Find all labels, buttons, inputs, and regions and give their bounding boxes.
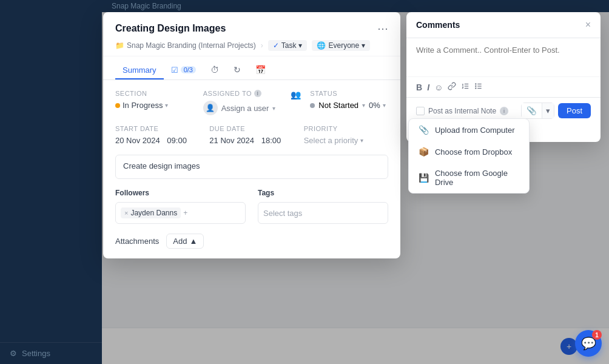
attach-dropdown-button[interactable]: ▾ <box>542 103 554 118</box>
upload-icon: 📎 <box>419 125 429 135</box>
visibility-label: Everyone <box>328 41 359 50</box>
ordered-list-icon <box>461 82 469 90</box>
task-tabs: Summary ☑ 0/3 ⏱ ↻ 📅 <box>103 56 400 80</box>
section-chevron-icon: ▾ <box>165 102 168 109</box>
follower-name: Jayden Danns <box>130 209 177 217</box>
link-icon <box>448 82 456 90</box>
comments-title: Comments <box>416 20 460 30</box>
refresh-icon: ↻ <box>234 65 241 75</box>
internal-note-checkbox[interactable] <box>416 107 425 115</box>
comment-input[interactable] <box>406 38 601 75</box>
internal-note-label: Post as Internal Note <box>428 107 496 115</box>
info-icon: i <box>254 90 261 97</box>
attach-button-group: 📎 ▾ 📎 Upload from Computer 📦 Choose from… <box>521 103 554 119</box>
due-date-label: Due Date <box>209 125 294 132</box>
task-body: Section In Progress ▾ Assigned To i 👤 As… <box>103 80 400 258</box>
start-time-text: 09:00 <box>167 136 187 145</box>
priority-select[interactable]: Select a priority ▾ <box>304 136 388 145</box>
google-drive-icon: 💾 <box>419 173 429 183</box>
comment-actions: 📎 ▾ 📎 Upload from Computer 📦 Choose from… <box>521 103 591 119</box>
unordered-list-button[interactable] <box>474 82 483 92</box>
breadcrumb-project[interactable]: 📁 Snap Magic Branding (Internal Projects… <box>115 41 256 50</box>
tab-checklist[interactable]: ☑ 0/3 <box>164 62 203 79</box>
task-more-button[interactable]: ⋯ <box>377 22 388 35</box>
post-button[interactable]: Post <box>558 103 591 118</box>
emoji-button[interactable]: ☺ <box>434 83 443 92</box>
comments-panel: Comments × B I ☺ Post <box>406 12 601 142</box>
section-dot-icon <box>115 103 120 108</box>
visibility-chevron: ▾ <box>362 41 365 50</box>
assign-user-button[interactable]: 👤 Assign a user ▾ <box>203 101 281 115</box>
chip-remove-icon[interactable]: × <box>124 209 128 217</box>
tab-time[interactable]: ⏱ <box>203 61 226 79</box>
add-chevron-icon: ▲ <box>189 237 197 246</box>
follower-add-button[interactable]: + <box>183 209 187 217</box>
assign-chevron-icon: ▾ <box>272 105 275 112</box>
calendar-icon: 📅 <box>255 65 266 75</box>
add-button-label: Add <box>173 237 187 246</box>
comments-close-button[interactable]: × <box>585 19 591 30</box>
choose-from-dropbox-item[interactable]: 📦 Choose from Dropbox <box>409 141 529 163</box>
due-date-text: 21 Nov 2024 <box>209 136 254 145</box>
visibility-badge[interactable]: 🌐 Everyone ▾ <box>312 40 370 51</box>
percent-value: 0% <box>369 101 380 110</box>
globe-icon: 🌐 <box>317 41 326 50</box>
upload-from-computer-item[interactable]: 📎 Upload from Computer <box>409 119 529 141</box>
status-chevron-icon: ▾ <box>362 102 365 109</box>
status-select[interactable]: Not Started ▾ 0% ▾ <box>310 101 388 110</box>
people-icon: 👥 <box>291 90 301 99</box>
section-label: Section <box>115 90 193 97</box>
task-title: Creating Design Images <box>115 23 226 34</box>
section-text: In Progress <box>123 101 163 110</box>
follower-chip: × Jayden Danns <box>121 207 181 218</box>
ordered-list-button[interactable] <box>461 82 469 92</box>
followers-tags-row: Followers × Jayden Danns + Tags Select t… <box>115 189 388 224</box>
internal-note-info-icon: i <box>500 107 508 115</box>
task-type-icon: ✓ <box>273 41 279 50</box>
follower-list[interactable]: × Jayden Danns + <box>115 202 246 224</box>
tab-summary-label: Summary <box>123 66 156 75</box>
svg-point-7 <box>476 86 476 86</box>
svg-point-6 <box>476 84 476 84</box>
tab-calendar[interactable]: 📅 <box>248 61 273 79</box>
task-modal-header: Creating Design Images ⋯ 📁 Snap Magic Br… <box>103 12 400 56</box>
choose-from-google-drive-label: Choose from Google Drive <box>435 169 519 187</box>
chat-bubble-badge: 1 <box>592 330 602 340</box>
comment-toolbar: B I ☺ <box>406 76 601 97</box>
percent-field[interactable]: 0% ▾ <box>369 101 386 110</box>
tab-refresh[interactable]: ↻ <box>226 61 248 79</box>
add-attachment-button[interactable]: Add ▲ <box>166 234 204 249</box>
tags-label: Tags <box>258 189 388 197</box>
breadcrumb-sep: › <box>261 41 263 50</box>
task-description[interactable]: Create design images <box>115 155 388 179</box>
task-modal: Creating Design Images ⋯ 📁 Snap Magic Br… <box>103 12 400 258</box>
tags-input[interactable]: Select tags <box>258 202 388 224</box>
tags-section: Tags Select tags <box>258 189 388 224</box>
start-date-value[interactable]: 20 Nov 2024 09:00 <box>115 136 200 145</box>
priority-chevron-icon: ▾ <box>360 137 363 144</box>
due-date-value[interactable]: 21 Nov 2024 18:00 <box>209 136 294 145</box>
section-field: Section In Progress ▾ <box>115 90 193 115</box>
clock-icon: ⏱ <box>210 65 219 75</box>
start-date-text: 20 Nov 2024 <box>115 136 160 145</box>
choose-from-google-drive-item[interactable]: 💾 Choose from Google Drive <box>409 163 529 193</box>
attachments-row: Attachments Add ▲ <box>115 234 388 249</box>
tab-count: 0/3 <box>181 66 196 73</box>
followers-label: Followers <box>115 189 246 197</box>
attach-dropdown-chevron: ▾ <box>546 106 550 115</box>
status-field: Status Not Started ▾ 0% ▾ <box>310 90 388 115</box>
breadcrumb: 📁 Snap Magic Branding (Internal Projects… <box>115 40 388 51</box>
tab-summary[interactable]: Summary <box>115 62 164 79</box>
bold-button[interactable]: B <box>416 83 422 92</box>
comment-footer: Post as Internal Note i 📎 ▾ 📎 Upload fro… <box>406 97 601 124</box>
due-time-text: 18:00 <box>261 136 281 145</box>
attach-main-button[interactable]: 📎 <box>522 103 542 118</box>
chat-bubble[interactable]: 💬 1 <box>575 330 602 357</box>
followers-section: Followers × Jayden Danns + <box>115 189 246 224</box>
task-type-badge[interactable]: ✓ Task ▾ <box>268 40 308 51</box>
italic-button[interactable]: I <box>427 83 429 92</box>
link-button[interactable] <box>448 82 456 92</box>
fields-row-1: Section In Progress ▾ Assigned To i 👤 As… <box>115 90 388 115</box>
section-value[interactable]: In Progress ▾ <box>115 101 193 110</box>
assigned-to-label: Assigned To i <box>203 90 281 97</box>
